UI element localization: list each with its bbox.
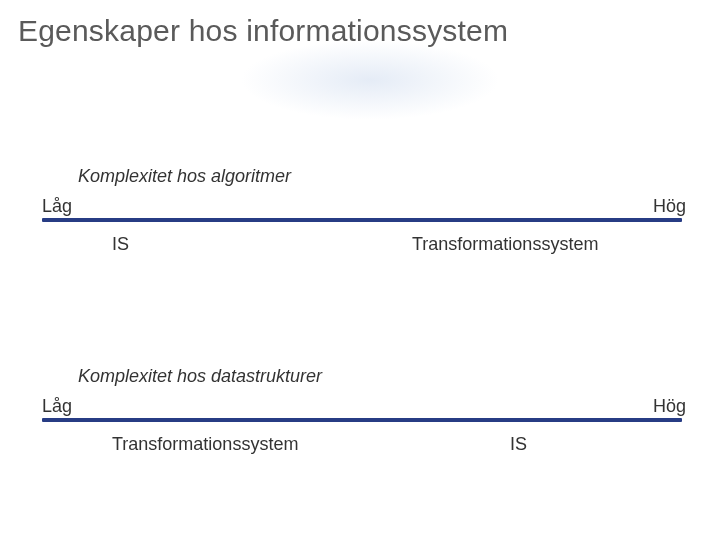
axis2-left-item: Transformationssystem xyxy=(112,434,298,455)
axis2-label: Komplexitet hos datastrukturer xyxy=(78,366,322,387)
axis1-right-item: Transformationssystem xyxy=(412,234,598,255)
axis2-right-item: IS xyxy=(510,434,527,455)
axis2-low-label: Låg xyxy=(42,396,72,417)
axis2-high-label: Hög xyxy=(653,396,686,417)
axis1-low-label: Låg xyxy=(42,196,72,217)
axis1-label: Komplexitet hos algoritmer xyxy=(78,166,291,187)
axis1-line xyxy=(42,218,682,222)
axis1-left-item: IS xyxy=(112,234,129,255)
axis1-high-label: Hög xyxy=(653,196,686,217)
axis2-line xyxy=(42,418,682,422)
background-haze xyxy=(240,40,500,120)
page-title: Egenskaper hos informationssystem xyxy=(18,14,508,48)
